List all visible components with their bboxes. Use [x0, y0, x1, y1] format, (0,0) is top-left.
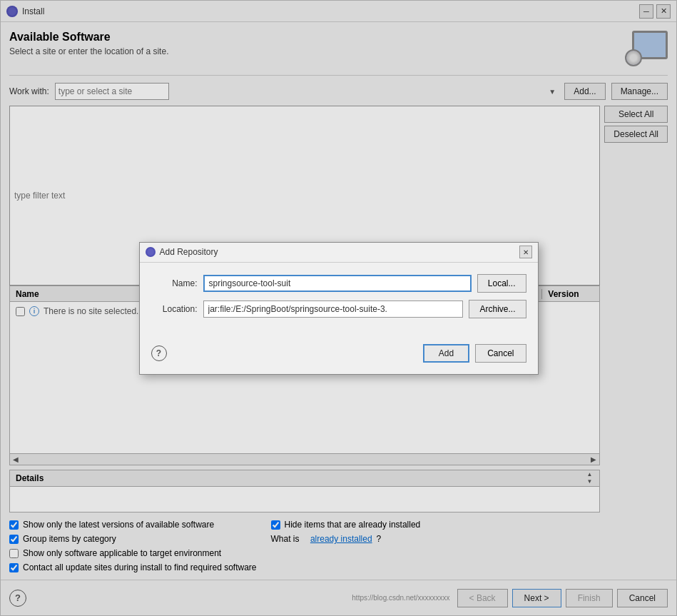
modal-title: Add Repository	[160, 247, 519, 257]
location-label: Location:	[151, 304, 198, 314]
modal-app-icon	[146, 247, 156, 257]
modal-overlay: Add Repository ✕ Name: Local... Location…	[1, 1, 676, 615]
name-row: Name: Local...	[151, 274, 526, 293]
modal-footer: ? Add Cancel	[140, 337, 538, 374]
modal-close-button[interactable]: ✕	[519, 246, 532, 258]
name-label: Name:	[151, 278, 198, 288]
modal-cancel-button[interactable]: Cancel	[475, 344, 526, 363]
modal-add-button[interactable]: Add	[423, 344, 469, 363]
name-input[interactable]	[203, 275, 472, 292]
modal-titlebar: Add Repository ✕	[140, 243, 538, 263]
archive-button[interactable]: Archive...	[469, 300, 526, 318]
location-input[interactable]	[203, 301, 464, 318]
local-button[interactable]: Local...	[477, 274, 526, 293]
modal-body: Name: Local... Location: Archive...	[140, 263, 538, 337]
modal-help-button[interactable]: ?	[151, 345, 167, 361]
main-window: Install ─ ✕ Available Software Select a …	[0, 0, 677, 616]
add-repository-dialog: Add Repository ✕ Name: Local... Location…	[139, 242, 539, 375]
location-row: Location: Archive...	[151, 300, 526, 318]
